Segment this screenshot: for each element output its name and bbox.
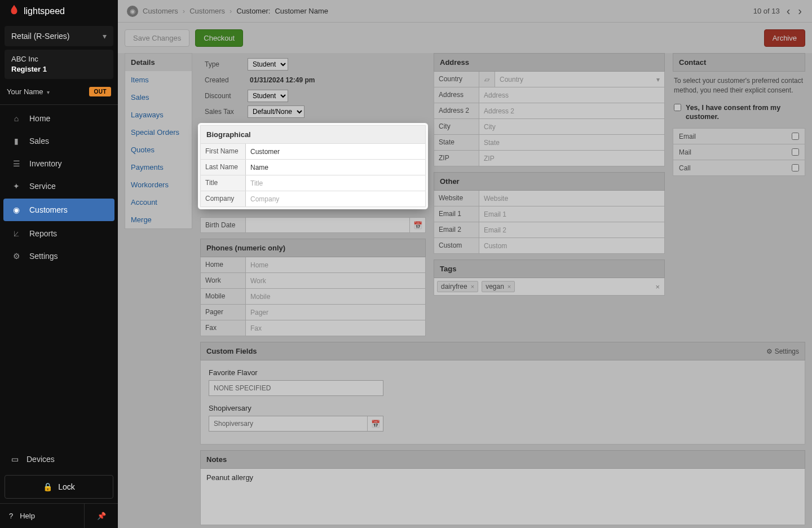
country-select[interactable]: ▱ Country▾: [479, 72, 664, 87]
product-selector[interactable]: Retail (R-Series) ▾: [5, 26, 113, 46]
chevron-down-icon: ▾: [46, 89, 50, 95]
checkout-button[interactable]: Checkout: [195, 29, 243, 47]
city-input[interactable]: [479, 119, 664, 134]
tab-account[interactable]: Account: [125, 193, 192, 211]
contact-mail-checkbox[interactable]: [792, 148, 799, 156]
archive-button[interactable]: Archive: [764, 29, 805, 47]
title-input[interactable]: [246, 175, 425, 191]
work-phone-input[interactable]: [246, 273, 425, 288]
nav-sales[interactable]: ▮Sales: [0, 130, 118, 152]
pager-phone-input[interactable]: [246, 305, 425, 320]
address2-input[interactable]: [479, 103, 664, 118]
nav-settings[interactable]: ⚙Settings: [0, 245, 118, 267]
nav-reports[interactable]: ⟀Reports: [0, 222, 118, 245]
calendar-icon[interactable]: 📅: [367, 416, 383, 431]
nav-label: Inventory: [29, 159, 62, 168]
tab-items[interactable]: Items: [125, 71, 192, 89]
nav-label: Customers: [29, 205, 68, 214]
user-row[interactable]: Your Name ▾ OUT: [0, 79, 118, 105]
mobile-phone-input[interactable]: [246, 289, 425, 304]
pager-prev[interactable]: ‹: [785, 3, 792, 19]
out-badge[interactable]: OUT: [89, 87, 111, 96]
created-row: Created 01/31/2024 12:49 pm: [205, 72, 426, 88]
contact-email-checkbox[interactable]: [792, 133, 799, 140]
salestax-label: Sales Tax: [205, 108, 248, 116]
consent-row[interactable]: Yes, I have consent from my customer.: [673, 101, 805, 129]
nav-home[interactable]: ⌂Home: [0, 107, 118, 130]
biographical-section: Biographical First Name Last Name Title …: [200, 125, 426, 207]
zip-input[interactable]: [479, 151, 664, 166]
fax-phone-input[interactable]: [246, 320, 425, 336]
chevron-down-icon: ▾: [103, 32, 107, 41]
tab-details[interactable]: Details: [125, 54, 192, 71]
nav-devices[interactable]: ▭Devices: [0, 448, 118, 470]
tag-label: dairyfree: [441, 283, 467, 291]
last-name-label: Last Name: [201, 160, 246, 175]
birthdate-label: Birth Date: [201, 218, 246, 232]
clear-tags-icon[interactable]: ×: [655, 283, 660, 291]
nav-inventory[interactable]: ☰Inventory: [0, 152, 118, 175]
email1-input[interactable]: [479, 206, 664, 222]
home-phone-input[interactable]: [246, 257, 425, 272]
nav-service[interactable]: ✦Service: [0, 175, 118, 197]
tab-workorders[interactable]: Workorders: [125, 176, 192, 193]
birthdate-input[interactable]: [246, 221, 409, 229]
contact-call-label: Call: [679, 164, 691, 172]
shopiversary-input[interactable]: [209, 420, 367, 428]
email2-input[interactable]: [479, 222, 664, 237]
tab-merge[interactable]: Merge: [125, 211, 192, 228]
nav-customers[interactable]: ◉Customers: [3, 199, 114, 221]
website-input[interactable]: [479, 191, 664, 206]
logo: lightspeed: [0, 0, 118, 23]
lock-button[interactable]: 🔒Lock: [5, 475, 113, 499]
flame-icon: [8, 4, 20, 19]
other-header: Other: [434, 172, 665, 191]
tag-item[interactable]: vegan×: [482, 281, 515, 292]
pin-button[interactable]: 📌: [84, 504, 118, 528]
consent-checkbox[interactable]: [674, 104, 681, 111]
monitor-icon: ▭: [11, 455, 19, 464]
tags-input[interactable]: dairyfree× vegan× ×: [434, 278, 665, 296]
last-name-input[interactable]: [246, 160, 425, 175]
calendar-icon[interactable]: 📅: [409, 218, 425, 232]
question-icon: ?: [9, 512, 13, 520]
address-input[interactable]: [479, 87, 664, 103]
notes-textarea[interactable]: Peanut allergy: [200, 469, 805, 525]
tag-item[interactable]: dairyfree×: [437, 281, 478, 292]
person-icon: ◉: [127, 6, 138, 17]
nav-label: Home: [29, 114, 50, 123]
home-phone-label: Home: [201, 257, 246, 272]
state-input[interactable]: [479, 135, 664, 150]
contact-call-checkbox[interactable]: [792, 164, 799, 171]
type-row: Type Student: [205, 56, 426, 72]
crumb-customers[interactable]: Customers: [143, 7, 178, 15]
save-button[interactable]: Save Changes: [125, 29, 189, 47]
remove-icon[interactable]: ×: [508, 283, 511, 290]
pager-next[interactable]: ›: [797, 3, 803, 19]
favorite-flavor-label: Favorite Flavor: [209, 368, 797, 377]
contact-header: Contact: [673, 53, 805, 72]
tab-sales[interactable]: Sales: [125, 89, 192, 106]
tab-layaways[interactable]: Layaways: [125, 106, 192, 124]
company-input[interactable]: [246, 191, 425, 206]
first-name-label: First Name: [201, 144, 246, 159]
tag-icon: ▮: [11, 136, 21, 146]
tab-special-orders[interactable]: Special Orders: [125, 124, 192, 141]
custom-input[interactable]: [479, 238, 664, 253]
main-area: ◉ Customers › Customers › Customer: Cust…: [118, 0, 812, 528]
first-name-input[interactable]: [246, 144, 425, 159]
help-button[interactable]: ?Help: [0, 504, 84, 528]
company-name: ABC Inc: [11, 54, 107, 64]
discount-select[interactable]: Student: [248, 90, 288, 102]
location-box[interactable]: ABC Inc Register 1: [5, 50, 113, 79]
favorite-flavor-input[interactable]: [209, 384, 383, 392]
tab-quotes[interactable]: Quotes: [125, 141, 192, 159]
drawer-icon: ☰: [11, 159, 21, 169]
salestax-select[interactable]: Default/None: [248, 105, 304, 118]
type-select[interactable]: Student: [248, 58, 288, 71]
custom-fields-settings[interactable]: ⚙Settings: [766, 347, 799, 355]
remove-icon[interactable]: ×: [471, 283, 474, 290]
crumb-customers-2[interactable]: Customers: [189, 7, 225, 15]
address-label: Address: [434, 87, 479, 103]
tab-payments[interactable]: Payments: [125, 159, 192, 176]
